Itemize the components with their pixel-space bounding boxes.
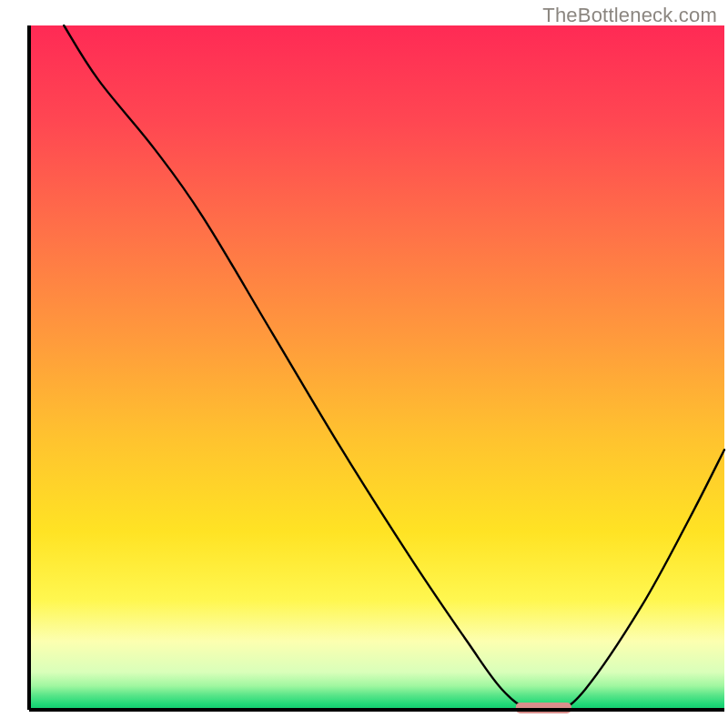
plot-background (29, 25, 724, 710)
bottleneck-chart (0, 0, 728, 728)
watermark-text: TheBottleneck.com (542, 4, 717, 27)
